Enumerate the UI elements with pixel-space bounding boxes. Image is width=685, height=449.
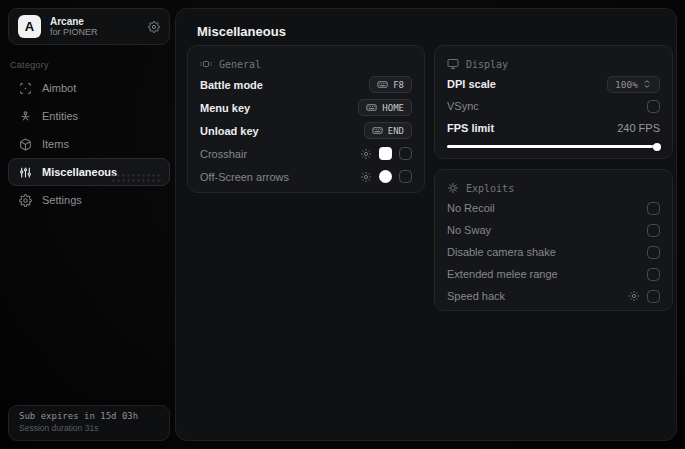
sidebar-item-label: Entities bbox=[42, 110, 78, 122]
no-recoil-label: No Recoil bbox=[447, 202, 495, 214]
vsync-row: VSync bbox=[447, 95, 660, 117]
subscription-card: Sub expires in 15d 03h Session duration … bbox=[8, 405, 170, 441]
keyboard-icon bbox=[372, 125, 383, 136]
dpi-scale-value: 100% bbox=[615, 79, 638, 90]
gear-icon[interactable] bbox=[360, 171, 372, 183]
sidebar-nav: Aimbot Entities Items Miscellaneous bbox=[8, 74, 170, 214]
vsync-checkbox[interactable] bbox=[647, 100, 660, 113]
panel-title: Display bbox=[466, 59, 508, 70]
sidebar-item-label: Miscellaneous bbox=[42, 166, 117, 178]
settings-icon bbox=[19, 194, 32, 207]
no-sway-checkbox[interactable] bbox=[647, 224, 660, 237]
no-recoil-row: No Recoil bbox=[447, 197, 660, 219]
no-sway-label: No Sway bbox=[447, 224, 491, 236]
gear-icon[interactable] bbox=[148, 21, 160, 33]
dpi-scale-row: DPI scale 100% bbox=[447, 73, 660, 95]
sub-expires-text: Sub expires in 15d 03h bbox=[19, 411, 159, 421]
extended-melee-range-label: Extended melee range bbox=[447, 268, 558, 280]
app-window: A Arcane for PIONER Category Aimbot bbox=[0, 0, 685, 449]
general-panel: General Battle mode F8 Menu key HOME Unl… bbox=[187, 45, 425, 193]
session-duration-text: Session duration 31s bbox=[19, 423, 159, 433]
disable-camera-shake-label: Disable camera shake bbox=[447, 246, 556, 258]
crosshair-row: Crosshair bbox=[200, 142, 412, 165]
fps-limit-slider[interactable] bbox=[447, 140, 660, 152]
general-panel-header: General bbox=[200, 55, 412, 73]
main-content: Miscellaneous General Battle mode F8 Men… bbox=[175, 8, 677, 441]
sidebar-item-label: Aimbot bbox=[42, 82, 76, 94]
items-icon bbox=[19, 138, 32, 151]
crosshair-checkbox[interactable] bbox=[399, 147, 412, 160]
exploits-panel-header: Exploits bbox=[447, 179, 660, 197]
gear-icon[interactable] bbox=[628, 290, 640, 302]
display-panel: Display DPI scale 100% VSync FPS limit 2… bbox=[434, 45, 673, 159]
crosshair-color-swatch[interactable] bbox=[379, 147, 392, 160]
sidebar-item-items[interactable]: Items bbox=[8, 130, 170, 158]
entities-icon bbox=[19, 110, 32, 123]
menu-key-keybind[interactable]: HOME bbox=[358, 99, 412, 116]
offscreen-arrows-color-swatch[interactable] bbox=[379, 170, 392, 183]
display-panel-header: Display bbox=[447, 55, 660, 73]
fps-limit-row: FPS limit 240 FPS bbox=[447, 117, 660, 139]
keybind-value: HOME bbox=[382, 103, 404, 113]
fps-limit-value: 240 FPS bbox=[617, 122, 660, 134]
disable-camera-shake-row: Disable camera shake bbox=[447, 241, 660, 263]
sidebar-item-miscellaneous[interactable]: Miscellaneous bbox=[8, 158, 170, 186]
sidebar-item-settings[interactable]: Settings bbox=[8, 186, 170, 214]
battle-mode-row: Battle mode F8 bbox=[200, 73, 412, 96]
brand-logo: A bbox=[18, 15, 41, 38]
speed-hack-row: Speed hack bbox=[447, 285, 660, 307]
monitor-icon bbox=[447, 58, 459, 70]
brand-card: A Arcane for PIONER bbox=[8, 8, 170, 45]
brand-subtitle: for PIONER bbox=[50, 27, 139, 37]
fps-limit-label: FPS limit bbox=[447, 122, 494, 134]
category-label: Category bbox=[10, 60, 49, 70]
panel-title: Exploits bbox=[466, 183, 514, 194]
dpi-scale-select[interactable]: 100% bbox=[607, 76, 660, 93]
brand-title: Arcane bbox=[50, 16, 139, 28]
aimbot-icon bbox=[19, 82, 32, 95]
page-title: Miscellaneous bbox=[197, 24, 286, 39]
menu-key-label: Menu key bbox=[200, 102, 250, 114]
vsync-label: VSync bbox=[447, 100, 479, 112]
exploits-panel: Exploits No Recoil No Sway Disable camer… bbox=[434, 169, 673, 311]
keyboard-icon bbox=[377, 79, 388, 90]
no-sway-row: No Sway bbox=[447, 219, 660, 241]
offscreen-arrows-controls bbox=[360, 170, 412, 183]
miscellaneous-icon bbox=[19, 166, 32, 179]
sidebar-item-label: Settings bbox=[42, 194, 82, 206]
speed-hack-label: Speed hack bbox=[447, 290, 505, 302]
offscreen-arrows-checkbox[interactable] bbox=[399, 170, 412, 183]
keyboard-icon bbox=[366, 102, 377, 113]
bug-icon bbox=[447, 182, 459, 194]
slider-knob[interactable] bbox=[653, 143, 661, 151]
unload-key-keybind[interactable]: END bbox=[364, 122, 412, 139]
unload-key-label: Unload key bbox=[200, 125, 259, 137]
speed-hack-controls bbox=[628, 290, 660, 303]
dpi-scale-label: DPI scale bbox=[447, 78, 496, 90]
gear-icon[interactable] bbox=[360, 148, 372, 160]
crosshair-label: Crosshair bbox=[200, 148, 247, 160]
dot-texture bbox=[111, 173, 163, 182]
battle-mode-label: Battle mode bbox=[200, 79, 263, 91]
keybind-value: END bbox=[388, 126, 404, 136]
sidebar-item-aimbot[interactable]: Aimbot bbox=[8, 74, 170, 102]
chevrons-up-down-icon bbox=[642, 79, 652, 89]
grid-icon bbox=[200, 58, 212, 70]
disable-camera-shake-checkbox[interactable] bbox=[647, 246, 660, 259]
sidebar-item-label: Items bbox=[42, 138, 69, 150]
crosshair-controls bbox=[360, 147, 412, 160]
extended-melee-range-checkbox[interactable] bbox=[647, 268, 660, 281]
battle-mode-keybind[interactable]: F8 bbox=[369, 76, 412, 93]
offscreen-arrows-label: Off-Screen arrows bbox=[200, 171, 289, 183]
panel-title: General bbox=[219, 59, 261, 70]
keybind-value: F8 bbox=[393, 80, 404, 90]
speed-hack-checkbox[interactable] bbox=[647, 290, 660, 303]
extended-melee-range-row: Extended melee range bbox=[447, 263, 660, 285]
menu-key-row: Menu key HOME bbox=[200, 96, 412, 119]
slider-fill bbox=[447, 145, 660, 148]
offscreen-arrows-row: Off-Screen arrows bbox=[200, 165, 412, 188]
no-recoil-checkbox[interactable] bbox=[647, 202, 660, 215]
brand-text: Arcane for PIONER bbox=[50, 16, 139, 38]
sidebar: A Arcane for PIONER Category Aimbot bbox=[8, 8, 170, 441]
sidebar-item-entities[interactable]: Entities bbox=[8, 102, 170, 130]
